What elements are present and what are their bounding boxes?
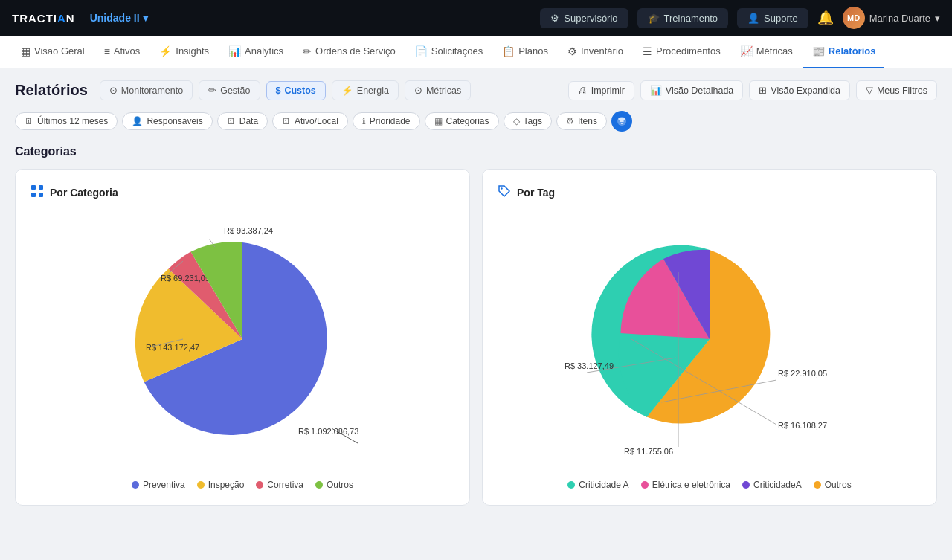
logo: TRACTIAN <box>12 12 75 25</box>
filter-categorias[interactable]: ▦ Categorias <box>425 112 499 130</box>
nav-solicitacoes[interactable]: 📄 Solicitações <box>406 36 492 68</box>
unit-selector[interactable]: Unidade II ▾ <box>90 12 148 24</box>
svg-rect-4 <box>39 193 43 197</box>
secondary-nav: ▦ Visão Geral ≡ Ativos ⚡ Insights 📊 Anal… <box>0 36 952 68</box>
svg-text:R$ 93.387,24: R$ 93.387,24 <box>224 226 273 235</box>
svg-text:R$ 33.127,49: R$ 33.127,49 <box>565 361 614 370</box>
chart-categoria-area: R$ 1.092.086,73 R$ 143.172,47 R$ 69.231,… <box>30 213 454 490</box>
chart-tag-header: Por Tag <box>498 184 922 201</box>
visao-expandida-button[interactable]: ⊞ Visão Expandida <box>749 80 850 100</box>
inventario-icon: ⚙ <box>567 45 577 57</box>
pie-tag: R$ 22.910,05 R$ 16.108,27 R$ 11.755,06 R… <box>561 213 858 468</box>
filter-period[interactable]: 🗓 Últimos 12 meses <box>15 112 118 130</box>
avatar: MD <box>843 7 865 29</box>
priority-icon: ℹ <box>362 116 366 126</box>
tag-icon <box>498 184 511 201</box>
tab-monitoramento[interactable]: ⊙ Monitoramento <box>100 80 193 100</box>
filter-prioridade[interactable]: ℹ Prioridade <box>353 112 420 130</box>
tab-energia[interactable]: ⚡ Energia <box>332 80 399 100</box>
metricas-icon: 📈 <box>740 45 753 57</box>
nav-ativos[interactable]: ≡ Ativos <box>95 36 149 68</box>
nav-relatorios[interactable]: 📰 Relatórios <box>803 36 885 68</box>
procedimentos-icon: ☰ <box>643 45 652 57</box>
svg-text:R$ 16.108,27: R$ 16.108,27 <box>778 421 827 430</box>
chart-tag-legend: Criticidade A Elétrica e eletrônica Crit… <box>567 480 851 490</box>
nav-analytics[interactable]: 📊 Analytics <box>219 36 292 68</box>
svg-text:R$ 143.172,47: R$ 143.172,47 <box>146 343 199 352</box>
categoria-icon <box>30 184 44 201</box>
nav-planos[interactable]: 📋 Planos <box>493 36 557 68</box>
legend-outros-cat: Outros <box>315 480 353 490</box>
svg-text:R$ 22.910,05: R$ 22.910,05 <box>778 369 827 378</box>
notifications-button[interactable]: 🔔 <box>817 10 834 26</box>
filter-active-indicator[interactable] <box>611 111 632 132</box>
analytics-icon: 📊 <box>228 45 241 57</box>
tags-icon: ◇ <box>513 116 520 126</box>
filter-data[interactable]: 🗓 Data <box>217 112 268 130</box>
tab-metricas[interactable]: ⊙ Métricas <box>405 80 471 100</box>
supervisorio-button[interactable]: ⚙ Supervisório <box>540 8 628 28</box>
planos-icon: 📋 <box>502 45 515 57</box>
imprimir-button[interactable]: 🖨 Imprimir <box>568 81 634 100</box>
filter-icon: ▽ <box>866 85 873 96</box>
filter-responsaveis[interactable]: 👤 Responsáveis <box>122 112 212 130</box>
legend-criticidadea: CriticidadeA <box>742 480 802 490</box>
chart-tag-card: Por Tag <box>482 169 937 506</box>
chart-categoria-header: Por Categoria <box>30 184 454 201</box>
legend-eletrica: Elétrica e eletrônica <box>641 480 730 490</box>
tab-custos[interactable]: $ Custos <box>266 81 326 100</box>
svg-text:R$ 11.755,06: R$ 11.755,06 <box>624 447 673 456</box>
treinamento-button[interactable]: 🎓 Treinamento <box>637 8 729 28</box>
visao-detalhada-button[interactable]: 📊 Visão Detalhada <box>640 80 744 100</box>
print-icon: 🖨 <box>578 86 588 96</box>
items-icon: ⚙ <box>566 116 574 126</box>
detail-icon: 📊 <box>650 85 662 96</box>
insights-icon: ⚡ <box>159 45 172 57</box>
topbar: TRACTIAN Unidade II ▾ ⚙ Supervisório 🎓 T… <box>0 0 952 36</box>
date-icon: 🗓 <box>227 116 236 126</box>
ordens-icon: ✏ <box>303 45 312 57</box>
person-icon: 👤 <box>132 116 143 126</box>
ativos-icon: ≡ <box>104 45 110 57</box>
svg-text:R$ 1.092.086,73: R$ 1.092.086,73 <box>298 427 358 436</box>
legend-inspecao: Inspeção <box>197 480 245 490</box>
filter-ativo-local[interactable]: 🗓 Ativo/Local <box>272 112 348 130</box>
chart-tag-area: R$ 22.910,05 R$ 16.108,27 R$ 11.755,06 R… <box>498 213 922 490</box>
filter-tags[interactable]: ◇ Tags <box>504 112 552 130</box>
filters-row: 🗓 Últimos 12 meses 👤 Responsáveis 🗓 Data… <box>15 111 937 132</box>
user-menu[interactable]: MD Marina Duarte ▾ <box>843 7 940 29</box>
section-title: Categorias <box>15 145 937 158</box>
legend-criticidade-a: Criticidade A <box>567 480 628 490</box>
location-icon: 🗓 <box>282 116 291 126</box>
page-header: Relatórios ⊙ Monitoramento ✏ Gestão $ Cu… <box>15 80 937 100</box>
calendar-icon: 🗓 <box>25 116 33 126</box>
nav-procedimentos[interactable]: ☰ Procedimentos <box>634 36 730 68</box>
suporte-button[interactable]: 👤 Suporte <box>737 8 808 28</box>
legend-corretiva: Corretiva <box>256 480 303 490</box>
pie-categoria: R$ 1.092.086,73 R$ 143.172,47 R$ 69.231,… <box>109 213 376 468</box>
relatorios-icon: 📰 <box>812 45 825 57</box>
svg-rect-3 <box>31 193 36 197</box>
svg-point-13 <box>501 187 502 189</box>
nav-inventario[interactable]: ⚙ Inventário <box>559 36 632 68</box>
legend-outros-tag: Outros <box>814 480 852 490</box>
charts-container: Por Categoria <box>15 169 937 506</box>
expand-icon: ⊞ <box>759 85 767 96</box>
meus-filtros-button[interactable]: ▽ Meus Filtros <box>856 80 937 100</box>
filter-itens[interactable]: ⚙ Itens <box>556 112 607 130</box>
chart-categoria-legend: Preventiva Inspeção Corretiva Outros <box>132 480 353 490</box>
nav-ordens[interactable]: ✏ Ordens de Serviço <box>294 36 405 68</box>
chart-categoria-card: Por Categoria <box>15 169 470 506</box>
nav-visao-geral[interactable]: ▦ Visão Geral <box>12 36 94 68</box>
svg-rect-1 <box>31 185 36 190</box>
page-title: Relatórios <box>15 82 88 99</box>
categories-icon: ▦ <box>434 116 443 126</box>
nav-metricas[interactable]: 📈 Métricas <box>731 36 802 68</box>
solicitacoes-icon: 📄 <box>415 45 428 57</box>
svg-rect-2 <box>39 185 43 190</box>
svg-text:R$ 69.231,05: R$ 69.231,05 <box>161 274 210 283</box>
legend-preventiva: Preventiva <box>132 480 185 490</box>
nav-insights[interactable]: ⚡ Insights <box>150 36 218 68</box>
visao-geral-icon: ▦ <box>21 45 30 57</box>
tab-gestao[interactable]: ✏ Gestão <box>199 80 260 100</box>
